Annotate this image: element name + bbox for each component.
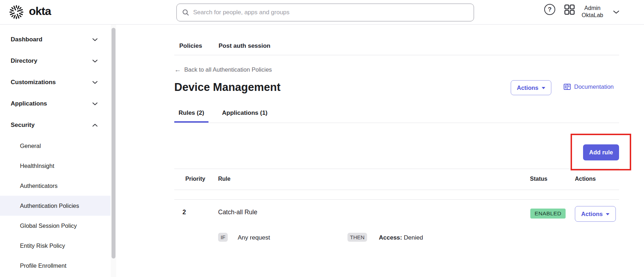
sidebar-scrollbar xyxy=(111,25,116,277)
divider xyxy=(174,55,619,55)
sidebar-item-general[interactable]: General xyxy=(0,136,110,156)
divider xyxy=(174,199,619,200)
sidebar-item-directory[interactable]: Directory xyxy=(0,50,110,72)
caret-down-icon xyxy=(606,213,609,215)
sidebar-item-global-session-policy[interactable]: Global Session Policy xyxy=(0,216,110,236)
okta-burst-icon xyxy=(9,4,24,20)
search-input[interactable] xyxy=(193,9,468,16)
tab-rules[interactable]: Rules (2) xyxy=(174,109,208,123)
sidebar-item-security[interactable]: Security xyxy=(0,114,110,136)
okta-logo[interactable]: okta xyxy=(9,4,51,20)
sidebar-scrollbar-thumb[interactable] xyxy=(112,28,115,258)
documentation-link[interactable]: Documentation xyxy=(563,83,614,91)
sidebar-subitem-label: Profile Enrollment xyxy=(20,262,66,269)
add-rule-button[interactable]: Add rule xyxy=(583,144,619,160)
documentation-label: Documentation xyxy=(574,83,614,90)
caret-down-icon xyxy=(542,87,545,89)
account-name: Admin xyxy=(582,5,603,12)
sidebar-item-entity-risk-policy[interactable]: Entity Risk Policy xyxy=(0,236,110,256)
rule-name: Catch-all Rule xyxy=(218,208,257,216)
column-header-actions: Actions xyxy=(575,176,596,182)
tab-applications[interactable]: Applications (1) xyxy=(222,109,268,117)
sidebar-subitem-label: General xyxy=(20,143,41,149)
okta-wordmark: okta xyxy=(29,5,51,20)
policy-top-tabs: Policies Post auth session xyxy=(179,42,271,50)
divider xyxy=(174,169,619,169)
tab-policies[interactable]: Policies xyxy=(179,42,202,50)
chevron-down-icon xyxy=(92,102,98,106)
access-value: Denied xyxy=(404,234,423,242)
chevron-up-icon xyxy=(92,124,98,127)
chevron-down-icon xyxy=(92,60,98,63)
top-header: okta ? Admin OktaLab xyxy=(0,0,644,25)
sidebar-subitem-label: Entity Risk Policy xyxy=(20,242,65,249)
book-icon xyxy=(563,83,571,91)
sidebar-item-label: Security xyxy=(11,122,35,129)
okta-admin-console: okta ? Admin OktaLab Dashboard Directory xyxy=(0,0,644,277)
actions-button-label: Actions xyxy=(517,84,539,91)
sidebar-item-label: Dashboard xyxy=(11,36,42,43)
sidebar-item-applications[interactable]: Applications xyxy=(0,93,110,114)
policy-actions-button[interactable]: Actions xyxy=(511,80,551,95)
sidebar-item-label: Applications xyxy=(11,100,47,107)
status-badge: ENABLED xyxy=(530,209,566,219)
back-link-label: Back to all Authentication Policies xyxy=(184,66,272,73)
column-header-priority: Priority xyxy=(185,176,205,182)
sidebar-subitem-label: Authenticators xyxy=(20,183,57,189)
actions-button-label: Actions xyxy=(581,211,603,217)
sidebar-item-label: Customizations xyxy=(11,79,56,86)
global-search[interactable] xyxy=(176,4,474,21)
divider xyxy=(174,123,619,123)
arrow-left-icon: ← xyxy=(174,66,181,73)
sidebar-subitem-label: Authentication Policies xyxy=(20,202,79,209)
magnifier-icon xyxy=(182,9,189,16)
sidebar-nav: Dashboard Directory Customizations Appli… xyxy=(0,25,110,277)
sidebar-item-authentication-policies[interactable]: Authentication Policies xyxy=(0,196,110,216)
tab-post-auth-session[interactable]: Post auth session xyxy=(218,42,270,50)
chevron-down-icon xyxy=(92,81,98,84)
rule-actions-button[interactable]: Actions xyxy=(575,206,616,222)
divider xyxy=(174,190,619,190)
sidebar-item-customizations[interactable]: Customizations xyxy=(0,72,110,93)
sidebar-item-profile-enrollment[interactable]: Profile Enrollment xyxy=(0,256,110,276)
sidebar-item-dashboard[interactable]: Dashboard xyxy=(0,29,110,50)
column-header-rule: Rule xyxy=(218,176,231,182)
chevron-down-icon xyxy=(92,38,98,41)
column-header-status: Status xyxy=(530,176,547,182)
then-badge: THEN xyxy=(347,233,367,242)
back-link[interactable]: ← Back to all Authentication Policies xyxy=(174,66,272,73)
sidebar-item-label: Directory xyxy=(11,57,37,65)
if-condition-value: Any request xyxy=(238,234,270,242)
help-icon[interactable]: ? xyxy=(544,4,555,15)
sidebar-subitem-label: HealthInsight xyxy=(20,163,54,169)
account-org: OktaLab xyxy=(582,12,603,19)
access-label: Access: xyxy=(379,234,402,242)
page-title: Device Management xyxy=(174,81,280,94)
sidebar-item-authenticators[interactable]: Authenticators xyxy=(0,176,110,196)
rule-priority: 2 xyxy=(182,208,186,216)
chevron-down-icon[interactable] xyxy=(613,10,619,14)
account-menu[interactable]: Admin OktaLab xyxy=(582,5,603,19)
sidebar-item-healthinsight[interactable]: HealthInsight xyxy=(0,156,110,176)
sidebar-subitem-label: Global Session Policy xyxy=(20,222,77,229)
apps-grid-icon[interactable] xyxy=(564,4,575,15)
if-badge: IF xyxy=(218,233,228,242)
